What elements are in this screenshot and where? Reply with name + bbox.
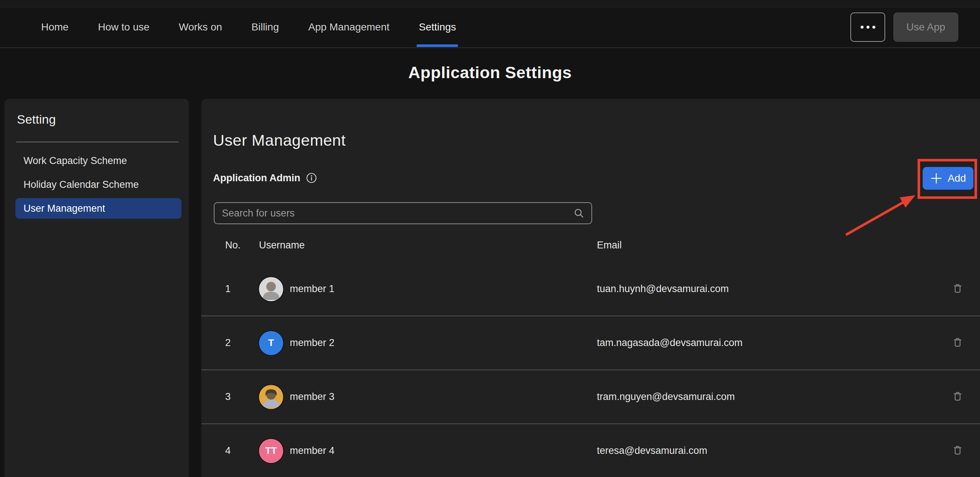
use-app-button[interactable]: Use App [893, 13, 958, 42]
email: tam.nagasada@devsamurai.com [597, 337, 942, 349]
nav-actions: Use App [850, 13, 958, 42]
search-box [214, 202, 592, 224]
trash-icon [951, 444, 964, 456]
application-admin-row: Application Admin [213, 171, 317, 185]
sidebar-item-holiday-calendar-scheme[interactable]: Holiday Calendar Scheme [16, 174, 181, 195]
avatar: TT [259, 439, 283, 463]
avatar [259, 277, 283, 301]
add-button-label: Add [948, 173, 966, 184]
column-header-email: Email [597, 239, 942, 251]
app-header: Home How to use Works on Billing App Man… [0, 0, 980, 48]
trash-icon [951, 336, 964, 349]
table-header-row: No. Username Email [201, 237, 980, 254]
user-management-panel: User Management Application Admin Add [201, 99, 980, 477]
search-input[interactable] [222, 208, 573, 219]
table-row: 4 TT member 4 teresa@devsamurai.com [201, 424, 980, 477]
delete-user-button[interactable] [950, 442, 965, 459]
sidebar-heading: Setting [17, 112, 56, 127]
person-photo-icon [259, 277, 283, 301]
panel-heading: User Management [213, 132, 346, 149]
sidebar-divider [16, 142, 178, 143]
nav-item-home[interactable]: Home [41, 7, 69, 47]
table-row: 1 member 1 tuan.huynh@devsamurai.com [201, 262, 980, 316]
username: member 1 [290, 283, 335, 295]
row-number: 3 [225, 391, 259, 403]
plus-icon [930, 172, 943, 185]
row-number: 4 [225, 445, 259, 456]
search-icon [573, 207, 585, 219]
row-number: 1 [225, 283, 259, 295]
avatar: T [259, 331, 283, 355]
ellipsis-icon [861, 26, 864, 29]
primary-nav: Home How to use Works on Billing App Man… [0, 7, 980, 47]
trash-icon [951, 282, 964, 295]
avatar [259, 385, 283, 409]
sidebar-item-user-management[interactable]: User Management [16, 198, 181, 219]
column-header-username: Username [259, 239, 597, 251]
info-icon[interactable] [306, 173, 317, 184]
sidebar-item-work-capacity-scheme[interactable]: Work Capacity Scheme [16, 151, 181, 171]
table-row: 3 member 3 tram.nguyen@devsamurai.com [201, 370, 980, 424]
settings-sidebar: Setting Work Capacity Scheme Holiday Cal… [5, 99, 189, 477]
person-photo-icon [259, 385, 283, 409]
sidebar-list: Work Capacity Scheme Holiday Calendar Sc… [16, 151, 181, 222]
table-row: 2 T member 2 tam.nagasada@devsamurai.com [201, 316, 980, 370]
more-button[interactable] [850, 13, 885, 42]
nav-item-how-to-use[interactable]: How to use [98, 7, 150, 47]
avatar-initials: T [268, 337, 274, 349]
email: teresa@devsamurai.com [597, 445, 942, 456]
delete-user-button[interactable] [950, 334, 965, 351]
nav-item-app-management[interactable]: App Management [308, 7, 389, 47]
application-admin-label: Application Admin [213, 173, 301, 184]
user-table: No. Username Email 1 member 1 tuan.huy [201, 237, 980, 477]
username: member 2 [290, 337, 335, 349]
column-header-no: No. [225, 239, 259, 251]
username: member 4 [290, 445, 335, 456]
email: tuan.huynh@devsamurai.com [597, 283, 942, 295]
nav-item-billing[interactable]: Billing [251, 7, 279, 47]
avatar-initials: TT [265, 445, 277, 456]
page-title: Application Settings [0, 63, 980, 82]
top-strip [0, 0, 980, 7]
nav-item-settings[interactable]: Settings [419, 7, 456, 47]
delete-user-button[interactable] [950, 388, 965, 405]
nav-item-works-on[interactable]: Works on [179, 7, 222, 47]
add-button[interactable]: Add [923, 167, 974, 190]
trash-icon [951, 390, 964, 403]
application-settings-page: Home How to use Works on Billing App Man… [0, 0, 980, 477]
username: member 3 [290, 391, 335, 403]
row-number: 2 [225, 337, 259, 349]
email: tram.nguyen@devsamurai.com [597, 391, 942, 403]
delete-user-button[interactable] [950, 281, 965, 297]
